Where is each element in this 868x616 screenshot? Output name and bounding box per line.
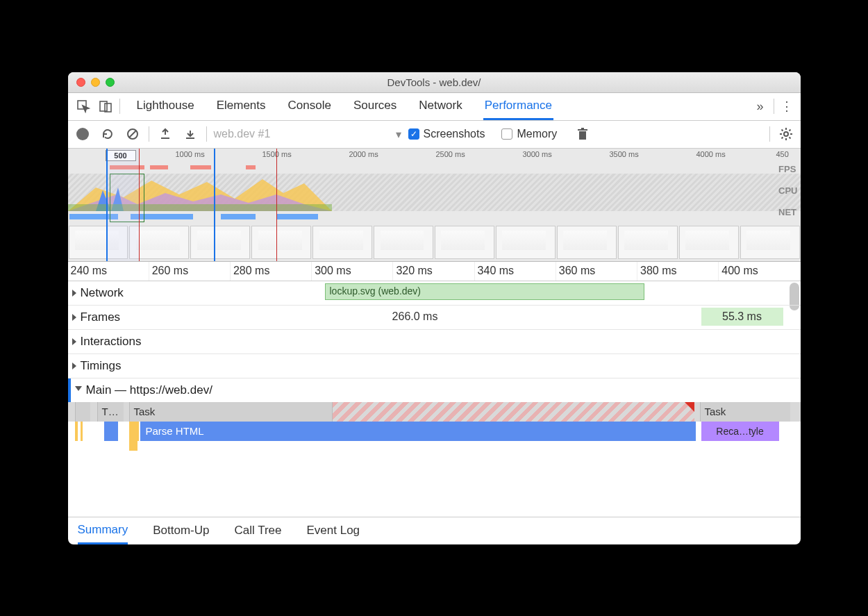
ruler-tick: 4000 ms xyxy=(696,150,726,158)
memory-checkbox[interactable]: Memory xyxy=(501,128,557,140)
track-timings[interactable]: Timings xyxy=(68,354,801,378)
network-request[interactable]: lockup.svg (web.dev) xyxy=(325,283,644,300)
track-frames[interactable]: Frames 266.0 ms 55.3 ms xyxy=(68,306,801,330)
flame-chart[interactable]: Network lockup.svg (web.dev) Frames 266.… xyxy=(68,281,801,517)
tab-network[interactable]: Network xyxy=(417,93,463,120)
flame-ruler[interactable]: 240 ms 260 ms 280 ms 300 ms 320 ms 340 m… xyxy=(68,262,801,281)
expand-triangle-icon[interactable] xyxy=(72,363,76,369)
overview-lane-labels: FPS CPU NET xyxy=(778,164,797,217)
divider xyxy=(206,126,207,142)
track-network[interactable]: Network lockup.svg (web.dev) xyxy=(68,281,801,306)
memory-label: Memory xyxy=(517,128,557,140)
window-titlebar: DevTools - web.dev/ xyxy=(68,72,801,93)
tab-call-tree[interactable]: Call Tree xyxy=(234,518,281,543)
parse-segment[interactable] xyxy=(104,422,118,441)
svg-rect-7 xyxy=(579,131,586,140)
svg-line-4 xyxy=(129,131,136,138)
collect-garbage-icon[interactable] xyxy=(574,125,592,143)
recalc-style-segment[interactable]: Reca…tyle xyxy=(701,422,779,441)
script-segment[interactable] xyxy=(129,422,139,441)
ruler-tick: 260 ms xyxy=(149,262,231,281)
cpu-label: CPU xyxy=(778,185,797,196)
settings-menu-icon[interactable]: ⋮ xyxy=(777,99,796,114)
svg-rect-5 xyxy=(161,138,169,139)
task-row: T… Task Task xyxy=(68,402,801,422)
script-segment[interactable] xyxy=(75,422,78,441)
panel-tabstrip: Lighthouse Elements Console Sources Netw… xyxy=(68,93,801,121)
ruler-tick: 3500 ms xyxy=(610,150,639,158)
ruler-tick: 320 ms xyxy=(393,262,474,281)
clear-button[interactable] xyxy=(124,125,142,143)
call-row: Parse HTML Reca…tyle xyxy=(68,422,801,441)
overview-fps-lane xyxy=(68,163,801,174)
script-segment[interactable] xyxy=(129,441,137,451)
expand-triangle-icon[interactable] xyxy=(72,338,76,345)
svg-rect-8 xyxy=(578,129,587,131)
track-main[interactable]: Main — https://web.dev/ T… Task Task Par… xyxy=(68,378,801,495)
tab-console[interactable]: Console xyxy=(287,93,333,120)
screenshot-thumb[interactable] xyxy=(679,226,739,259)
ruler-tick: 400 ms xyxy=(719,262,800,281)
overview-cursor-red xyxy=(276,149,277,261)
ruler-tick: 450 xyxy=(776,150,789,158)
script-segment[interactable] xyxy=(81,422,83,441)
checkbox-unchecked-icon xyxy=(501,128,512,140)
tab-summary[interactable]: Summary xyxy=(78,517,128,544)
overview-net-lane xyxy=(68,211,801,222)
screenshot-thumb[interactable] xyxy=(435,226,494,259)
collapse-triangle-icon[interactable] xyxy=(75,386,82,394)
screenshot-thumb[interactable] xyxy=(374,226,433,259)
task-segment[interactable]: Task xyxy=(129,402,332,422)
tab-lighthouse[interactable]: Lighthouse xyxy=(135,93,196,120)
screenshot-thumb[interactable] xyxy=(312,226,372,259)
long-task-flag-icon xyxy=(685,402,694,412)
tab-bottom-up[interactable]: Bottom-Up xyxy=(153,518,209,543)
parse-html-segment[interactable]: Parse HTML xyxy=(140,422,696,441)
frame-duration[interactable]: 55.3 ms xyxy=(701,308,783,326)
long-task-segment[interactable] xyxy=(332,402,694,422)
overview-cpu-lane xyxy=(68,174,801,211)
task-segment[interactable]: Task xyxy=(700,402,790,422)
screenshot-filmstrip[interactable] xyxy=(68,225,801,260)
device-toolbar-icon[interactable] xyxy=(94,95,117,117)
screenshot-thumb[interactable] xyxy=(190,226,250,259)
chevron-down-icon: ▾ xyxy=(396,128,401,141)
expand-triangle-icon[interactable] xyxy=(72,290,76,297)
screenshot-thumb[interactable] xyxy=(496,226,556,259)
task-micro[interactable] xyxy=(75,402,90,422)
tab-elements[interactable]: Elements xyxy=(215,93,267,120)
task-segment[interactable]: T… xyxy=(97,402,124,422)
recording-select[interactable]: web.dev #1 ▾ xyxy=(214,128,401,141)
screenshot-thumb[interactable] xyxy=(251,226,311,259)
tab-event-log[interactable]: Event Log xyxy=(307,518,360,543)
call-row-2 xyxy=(68,441,801,453)
tab-sources[interactable]: Sources xyxy=(352,93,398,120)
record-button[interactable] xyxy=(74,125,92,143)
frame-duration[interactable]: 266.0 ms xyxy=(131,308,700,326)
fps-label: FPS xyxy=(778,164,797,174)
screenshot-thumb[interactable] xyxy=(557,226,617,259)
overview-selection[interactable] xyxy=(106,149,140,261)
expand-triangle-icon[interactable] xyxy=(72,314,76,321)
ruler-tick: 300 ms xyxy=(312,262,393,281)
load-profile-icon[interactable] xyxy=(156,125,174,143)
inspect-element-icon[interactable] xyxy=(72,95,94,117)
screenshot-thumb[interactable] xyxy=(618,226,678,259)
svg-rect-2 xyxy=(105,103,111,112)
overview-pane[interactable]: 500 1000 ms 1500 ms 2000 ms 2500 ms 3000… xyxy=(68,149,801,262)
track-interactions[interactable]: Interactions xyxy=(68,330,801,354)
net-label: NET xyxy=(778,207,797,217)
recording-name: web.dev #1 xyxy=(214,128,271,140)
devtools-window: DevTools - web.dev/ Lighthouse Elements … xyxy=(68,72,801,544)
tab-performance[interactable]: Performance xyxy=(483,93,553,120)
save-profile-icon[interactable] xyxy=(181,125,199,143)
track-label: Main — https://web.dev/ xyxy=(86,383,212,397)
capture-settings-icon[interactable] xyxy=(777,125,795,143)
divider xyxy=(774,99,774,114)
more-tabs-icon[interactable]: » xyxy=(750,99,771,114)
reload-record-button[interactable] xyxy=(99,125,117,143)
track-label: Timings xyxy=(81,359,122,373)
window-title: DevTools - web.dev/ xyxy=(68,76,801,88)
screenshots-checkbox[interactable]: ✓ Screenshots xyxy=(408,128,485,140)
screenshot-thumb[interactable] xyxy=(740,226,800,259)
